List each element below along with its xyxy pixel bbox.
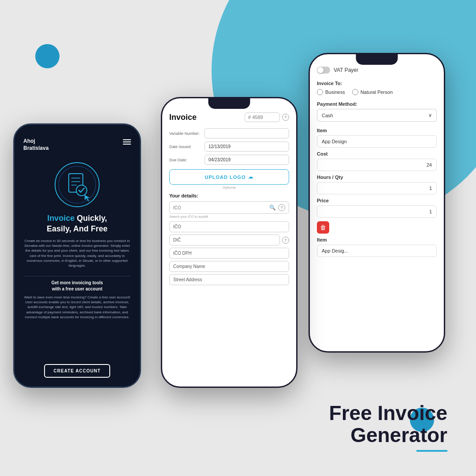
natural-person-label: Natural Person — [361, 89, 393, 95]
item2-input[interactable] — [317, 245, 437, 257]
hours-qty-input[interactable] — [317, 182, 437, 194]
footer-text: Free Invoice Generator — [329, 402, 447, 452]
due-date-label: Due Date: — [169, 158, 201, 162]
dic-field[interactable]: DIČ — [169, 234, 280, 245]
invoice-icon-wrap — [53, 160, 101, 209]
street-address-field[interactable]: Street Address — [169, 274, 289, 285]
delete-item-button[interactable]: 🗑 — [317, 221, 329, 234]
upload-icon: ☁ — [248, 174, 253, 180]
autofill-hint: Search your IČO to autofill — [169, 215, 289, 219]
variable-number-input[interactable] — [205, 128, 289, 138]
invoice-icon — [53, 160, 101, 209]
phone-mid-content: Invoice ? Variable Number: Date Issued: … — [162, 98, 296, 387]
chevron-down-icon: ∨ — [428, 112, 432, 118]
hamburger-icon[interactable] — [123, 139, 131, 145]
variable-number-row: Variable Number: — [169, 128, 289, 138]
phone-right-content: VAT Payer Invoice To: Business Natural P… — [310, 54, 444, 351]
notch-mid — [208, 98, 250, 109]
natural-person-radio[interactable]: Natural Person — [352, 89, 393, 95]
footer-underline — [416, 450, 447, 452]
ico-search-input[interactable] — [173, 205, 267, 210]
phone-left-content: Ahoj Bratislava — [15, 125, 140, 387]
item2-label: Item — [317, 237, 437, 242]
invoice-to-radio-row: Business Natural Person — [317, 89, 437, 95]
invoice-to-label: Invoice To: — [317, 81, 437, 86]
price-label: Price — [317, 198, 437, 203]
phone-right: VAT Payer Invoice To: Business Natural P… — [309, 53, 445, 353]
toggle-knob — [317, 67, 324, 73]
tools-title: Get more invoicing tools with a free use… — [51, 280, 103, 292]
invoice-number-field: ? — [245, 112, 289, 122]
vat-label: VAT Payer — [334, 67, 358, 73]
dic-row: DIČ ? — [169, 234, 289, 245]
your-details-label: Your details: — [169, 193, 289, 198]
item-label: Item — [317, 128, 437, 133]
cost-input[interactable] — [317, 159, 437, 171]
company-name-field[interactable]: Company Name — [169, 261, 289, 272]
due-date-row: Due Date: — [169, 155, 289, 165]
upload-logo-button[interactable]: UPLOAD LOGO ☁ — [169, 169, 289, 185]
notch-right — [356, 54, 398, 65]
footer-line2: Generator — [329, 424, 447, 446]
vat-row: VAT Payer — [317, 67, 437, 74]
business-label: Business — [325, 89, 345, 95]
natural-person-radio-circle — [352, 89, 358, 95]
svg-point-1 — [59, 166, 96, 203]
payment-value: Cash — [322, 113, 333, 118]
help-icon-dic[interactable]: ? — [282, 237, 289, 244]
help-icon-number[interactable]: ? — [282, 114, 289, 121]
invoice-header-row: Invoice ? — [169, 112, 289, 122]
business-radio[interactable]: Business — [317, 89, 345, 95]
invoice-title: Invoice — [169, 113, 197, 122]
date-issued-input[interactable] — [205, 141, 289, 152]
price-input[interactable] — [317, 205, 437, 218]
ico-search-row: 🔍 ? — [169, 201, 289, 214]
upload-logo-label: UPLOAD LOGO — [205, 175, 246, 180]
payment-method-label: Payment Method: — [317, 101, 437, 107]
headline-blue: Invoice — [47, 214, 74, 223]
due-date-input[interactable] — [205, 155, 289, 165]
notch-left — [57, 125, 97, 134]
date-issued-label: Date Issued: — [169, 145, 201, 149]
search-icon: 🔍 — [269, 205, 276, 211]
phone-left-description: Create an invoice in 30 seconds or less … — [23, 238, 131, 268]
phone-left-header: Ahoj Bratislava — [23, 138, 131, 152]
optional-text: Optional — [169, 186, 289, 190]
phone-left: Ahoj Bratislava — [13, 123, 141, 388]
date-issued-row: Date Issued: — [169, 141, 289, 152]
svg-point-0 — [55, 163, 99, 207]
variable-number-label: Variable Number: — [169, 131, 201, 136]
ico-field[interactable]: IČO — [169, 221, 289, 232]
help-icon-ico[interactable]: ? — [278, 204, 285, 211]
phone-mid: Invoice ? Variable Number: Date Issued: … — [161, 97, 298, 388]
cost-label: Cost — [317, 151, 437, 156]
invoice-number-input[interactable] — [245, 112, 280, 122]
greeting-text: Ahoj Bratislava — [23, 138, 48, 152]
phone-left-headline: Invoice Quickly, Easily, And Free — [47, 213, 108, 234]
hours-qty-label: Hours / Qty — [317, 175, 437, 180]
trash-icon: 🗑 — [320, 224, 326, 231]
item-input[interactable] — [317, 135, 437, 148]
tools-description: Want to save even more time invoicing? C… — [23, 295, 131, 320]
divider-1 — [23, 276, 131, 276]
create-account-button[interactable]: CREATE ACCOUNT — [44, 364, 111, 378]
footer-line1: Free Invoice — [329, 402, 447, 424]
ico-dph-field[interactable]: IČO DPH — [169, 248, 289, 259]
payment-method-select[interactable]: Cash ∨ — [317, 109, 437, 122]
business-radio-circle — [317, 89, 323, 95]
vat-toggle[interactable] — [317, 67, 330, 74]
